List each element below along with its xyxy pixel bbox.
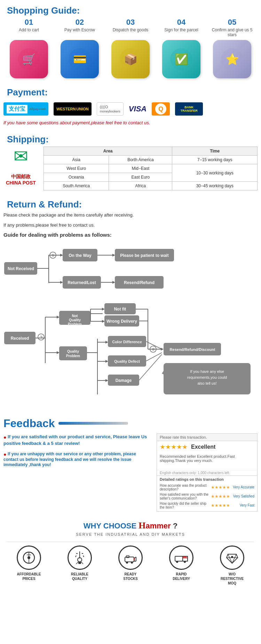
negative-feedback: ● If you are unhappy with our service or… bbox=[3, 451, 151, 468]
shipping-content: ✉ 中国邮政CHINA POST Area Time Asia Borth Am… bbox=[3, 147, 258, 190]
area-2b: Mid−East bbox=[109, 164, 172, 173]
qiwi-logo: Q bbox=[152, 102, 170, 116]
svg-line-123 bbox=[232, 554, 236, 563]
svg-marker-83 bbox=[105, 379, 108, 382]
step-5-num: 05 bbox=[209, 18, 255, 27]
area-2a: West Euro bbox=[44, 164, 109, 173]
svg-marker-68 bbox=[57, 351, 60, 354]
area-1b: Borth America bbox=[109, 156, 172, 164]
why-item-prices: AFFORDABLE PRICES bbox=[8, 545, 50, 581]
steps-row: 01 Add to cart 02 Pay with Escrow 03 Dis… bbox=[3, 18, 258, 37]
positive-text: If you are satisfied with our product an… bbox=[3, 434, 147, 446]
excellent: Excellent bbox=[191, 444, 215, 450]
svg-marker-22 bbox=[112, 254, 115, 257]
moneybookers-logo: ((((Omoneybookers bbox=[97, 102, 124, 116]
svg-marker-55 bbox=[102, 320, 105, 323]
svg-line-105 bbox=[76, 562, 78, 564]
payment-title: Payment: bbox=[3, 84, 258, 100]
svg-point-97 bbox=[27, 556, 30, 559]
step-1: 01 Add to cart bbox=[6, 18, 52, 32]
svg-marker-64 bbox=[161, 348, 164, 351]
feedback-left: ● If you are satisfied with our product … bbox=[3, 433, 151, 512]
prices-label: AFFORDABLE PRICES bbox=[8, 572, 50, 581]
svg-rect-104 bbox=[78, 562, 81, 564]
svg-marker-18 bbox=[60, 254, 63, 257]
area-4a: South America bbox=[44, 182, 109, 190]
svg-line-103 bbox=[83, 556, 84, 557]
positive-bullet: ● bbox=[3, 434, 6, 440]
table-row: South America Africa 30−45 working days bbox=[44, 182, 258, 190]
step-2: 02 Pay with Escrow bbox=[57, 18, 102, 32]
step-5-icon: ⭐ bbox=[213, 40, 251, 78]
svg-line-122 bbox=[228, 554, 232, 563]
feedback-section: Feedback ● If you are satisfied with our… bbox=[0, 415, 261, 515]
why-choose-text: WHY CHOOSE bbox=[84, 521, 139, 530]
time-4: 30−45 working days bbox=[172, 182, 258, 190]
svg-marker-42 bbox=[57, 316, 60, 319]
flowchart: Not Received ① On the Way Please be pati… bbox=[3, 241, 258, 412]
svg-rect-115 bbox=[175, 556, 183, 561]
svg-text:Color Difference: Color Difference bbox=[112, 340, 142, 344]
why-subtitle: SERVE THE INDUSATRIAL AND DIY MARKETS bbox=[3, 532, 258, 536]
shipping-table: Area Time Asia Borth America 7−15 workin… bbox=[44, 147, 258, 190]
step-4-label: Sign for the parcel bbox=[159, 28, 204, 32]
svg-text:Please be patient to wait: Please be patient to wait bbox=[120, 253, 168, 258]
svg-marker-120 bbox=[227, 554, 238, 563]
svg-point-110 bbox=[131, 561, 133, 564]
step-4-num: 04 bbox=[159, 18, 204, 27]
hammer-text: H bbox=[139, 520, 145, 531]
svg-text:⭐: ⭐ bbox=[226, 53, 239, 66]
table-row: Asia Borth America 7−15 working days bbox=[44, 156, 258, 164]
step-3-icon: 📦 bbox=[111, 40, 150, 78]
svg-rect-114 bbox=[134, 558, 135, 560]
svg-text:If you have any else: If you have any else bbox=[190, 369, 224, 374]
step-2-label: Pay with Escrow bbox=[57, 28, 102, 32]
quality-label: RELIABLE QUALITY bbox=[59, 572, 101, 581]
why-item-quality: RELIABLE QUALITY bbox=[59, 545, 101, 581]
payment-section: Payment: 支付宝 Alipay.com WESTERN UNION ((… bbox=[0, 82, 261, 129]
area-3a: Oceania bbox=[44, 173, 109, 182]
rating-row-2: How satisfied were you with the seller's… bbox=[160, 492, 254, 501]
payment-note: If you have some questions about payment… bbox=[3, 120, 258, 125]
time-1: 7−15 working days bbox=[172, 156, 258, 164]
svg-text:Damage: Damage bbox=[116, 378, 132, 383]
why-item-moq: W/O RESTRICTIVE MOQ bbox=[211, 545, 253, 586]
step-5: 05 Confirm and give us 5 stars bbox=[209, 18, 255, 37]
shipping-title: Shipping: bbox=[3, 131, 258, 147]
step-4: 04 Sign for the parcel bbox=[159, 18, 204, 32]
rating-stars-1: ★★★★★ bbox=[211, 485, 230, 490]
feedback-bar bbox=[58, 422, 128, 425]
detailed-title: Detailed ratings on this transaction bbox=[160, 477, 254, 481]
svg-point-118 bbox=[176, 561, 178, 563]
western-union-logo: WESTERN UNION bbox=[54, 102, 91, 116]
rating-text-3: Very Fast bbox=[230, 503, 254, 507]
detailed-ratings: Detailed ratings on this transaction How… bbox=[157, 476, 257, 511]
rating-row-3: How quickly did the seller ship the item… bbox=[160, 501, 254, 510]
negative-text: If you are unhappy with our service or a… bbox=[3, 451, 136, 468]
svg-text:Returned/Lost: Returned/Lost bbox=[68, 280, 96, 285]
delivery-icon bbox=[169, 545, 193, 570]
svg-text:Problem: Problem bbox=[68, 322, 82, 326]
step-1-label: Add to cart bbox=[6, 28, 52, 32]
payment-logos: 支付宝 Alipay.com WESTERN UNION ((((Omoneyb… bbox=[3, 100, 258, 118]
stocks-icon bbox=[118, 545, 143, 570]
shopping-guide-section: Shopping Guide: 01 Add to cart 02 Pay wi… bbox=[0, 0, 261, 82]
svg-marker-79 bbox=[105, 360, 108, 363]
rating-row-1: How accurate was the product description… bbox=[160, 483, 254, 492]
svg-text:Resend/Refund/Discount: Resend/Refund/Discount bbox=[170, 347, 215, 352]
prices-icon bbox=[17, 545, 41, 570]
area-4b: Africa bbox=[109, 182, 172, 190]
quality-icon bbox=[68, 545, 92, 570]
question-mark: ? bbox=[173, 521, 177, 530]
negative-bullet: ● bbox=[3, 451, 6, 457]
return-text2: If any problems,please feel free to cont… bbox=[3, 222, 258, 229]
table-header-time: Time bbox=[172, 147, 258, 156]
divider bbox=[7, 542, 254, 542]
svg-text:Not: Not bbox=[72, 314, 78, 318]
svg-line-106 bbox=[81, 562, 83, 564]
guide-title: Guide for dealing with problems as follo… bbox=[3, 232, 258, 238]
svg-text:Resend/Refund: Resend/Refund bbox=[124, 280, 155, 285]
china-post-text: 中国邮政CHINA POST bbox=[3, 174, 38, 186]
svg-text:Not Received: Not Received bbox=[8, 266, 34, 271]
step-1-num: 01 bbox=[6, 18, 52, 27]
